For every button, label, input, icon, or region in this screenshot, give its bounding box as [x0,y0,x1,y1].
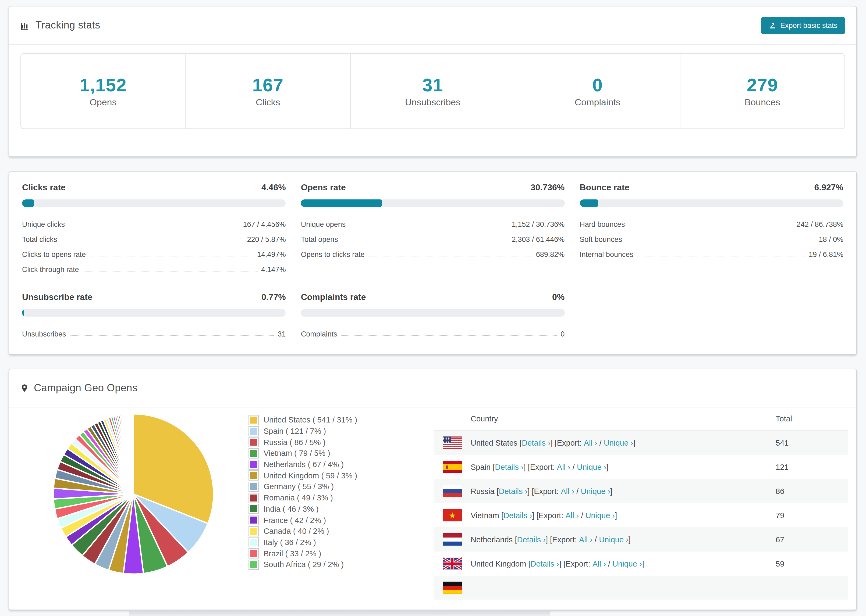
rate-title: Opens rate [301,183,346,192]
export-unique-link[interactable]: Unique › [586,511,615,520]
details-link[interactable]: Details › [504,511,532,520]
separator: / [606,559,612,568]
stats-group: 1,152Opens167Clicks31Unsubscribes0Compla… [20,53,845,129]
bracket: [ [518,438,522,447]
separator: / [579,511,585,520]
rate-title: Bounce rate [579,183,629,192]
dotted-leader [61,241,243,241]
metric-value: 31 [278,330,286,340]
rate-rows: Unique clicks167 / 4.456%Total clicks220… [22,215,286,275]
total-cell: 121 [776,462,848,471]
legend-item: India ( 46 / 3% ) [249,503,357,514]
bracket: ] [Export: [527,487,561,495]
country-name: Spain [471,462,491,471]
pie-slice-other[interactable] [133,414,134,494]
metric-label: Total opens [301,236,338,245]
legend-label: United Kingdom ( 59 / 3% ) [264,471,357,480]
bracket: [ [499,511,504,520]
geo-header: Campaign Geo Opens [9,369,856,407]
legend-item: Germany ( 55 / 3% ) [249,481,357,492]
rate-head: Unsubscribe rate0.77% [22,292,286,302]
metric-value: 220 / 5.87% [247,236,286,245]
bracket: ] [642,559,644,568]
country-name: United States [471,438,518,447]
stat-cell-clicks: 167Clicks [186,54,351,129]
stat-value: 1,152 [80,74,127,96]
dotted-leader [368,256,532,256]
dotted-leader [70,335,274,336]
legend-label: Vietnam ( 79 / 5% ) [264,449,330,458]
legend-swatch [249,426,259,436]
page-bottom-band [129,611,550,616]
legend-swatch-color [250,528,257,534]
legend-label: South Africa ( 29 / 2% ) [264,560,344,569]
legend-label: France ( 42 / 2% ) [264,516,326,524]
country-name: United Kingdom [471,559,526,568]
export-all-link[interactable]: All › [579,535,592,544]
export-all-link[interactable]: All › [561,487,574,495]
country-cell: Vietnam [Details ›] [Export: All › / Uni… [434,509,776,522]
separator: / [570,462,577,471]
dotted-leader [341,335,557,336]
export-all-link[interactable]: All › [584,438,597,447]
legend-label: India ( 46 / 3% ) [264,505,319,513]
legend-label: Brazil ( 33 / 2% ) [264,549,321,558]
legend-label: Italy ( 36 / 2% ) [264,538,316,547]
separator: / [574,487,581,495]
dotted-leader [69,226,239,226]
export-all-link[interactable]: All › [592,559,606,568]
bracket: ] [Export: [546,535,579,544]
legend-swatch [249,526,259,536]
export-basic-stats-button[interactable]: Export basic stats [761,17,845,34]
details-link[interactable]: Details › [495,462,523,471]
rate-value: 4.46% [261,183,286,192]
table-row: United States [Details ›] [Export: All ›… [434,431,848,455]
table-row: United Kingdom [Details ›] [Export: All … [434,552,848,576]
metric-label: Unique opens [301,220,346,230]
legend-label: Canada ( 40 / 2% ) [264,527,329,535]
export-unique-link[interactable]: Unique › [581,487,610,495]
geo-table: Country Total United States [Details ›] … [434,407,848,600]
legend-item: United States ( 541 / 31% ) [249,415,357,426]
legend-swatch-color [250,416,257,424]
country-column-header: Country [434,415,776,423]
country-cell: Spain [Details ›] [Export: All › / Uniqu… [434,460,776,473]
rate-value: 0.77% [261,292,286,302]
export-all-link[interactable]: All › [557,462,570,471]
export-unique-link[interactable]: Unique › [612,559,642,568]
country-cell: United Kingdom [Details ›] [Export: All … [434,558,776,570]
export-unique-link[interactable]: Unique › [599,535,628,544]
details-link[interactable]: Details › [517,535,546,544]
metric-value: 19 / 6.81% [809,250,843,260]
rate-block-opens-rate: Opens rate30.736%Unique opens1,152 / 30.… [301,183,565,275]
legend-item: South Africa ( 29 / 2% ) [249,559,357,570]
rate-detail-row: Clicks to opens rate14.497% [22,245,286,260]
total-cell: 67 [776,535,848,544]
metric-value: 1,152 / 30.736% [512,220,565,230]
metric-label: Complaints [301,330,337,340]
legend-swatch [249,548,259,558]
flag-es-icon [443,460,462,473]
details-link[interactable]: Details › [499,487,527,495]
stat-cell-opens: 1,152Opens [21,54,186,129]
header-divider [9,44,856,45]
legend-swatch-color [250,506,257,512]
bracket: ] [610,487,612,495]
details-link[interactable]: Details › [522,438,550,447]
dotted-leader [83,271,257,272]
metric-label: Click through rate [22,266,79,275]
geo-pie-chart[interactable] [51,412,216,576]
legend-swatch [249,515,259,525]
rate-detail-row: Total opens2,303 / 61.446% [301,230,565,245]
map-pin-icon [20,383,28,393]
country-cell: Netherlands [Details ›] [Export: All › /… [434,533,776,545]
rate-detail-row: Total clicks220 / 5.87% [22,230,286,245]
details-link[interactable]: Details › [531,559,559,568]
export-unique-link[interactable]: Unique › [604,438,633,447]
metric-value: 18 / 0% [819,236,843,245]
rate-value: 6.927% [814,183,843,192]
metric-label: Internal bounces [579,250,633,260]
export-all-link[interactable]: All › [565,511,579,520]
export-unique-link[interactable]: Unique › [577,462,606,471]
total-cell: 59 [776,559,848,568]
